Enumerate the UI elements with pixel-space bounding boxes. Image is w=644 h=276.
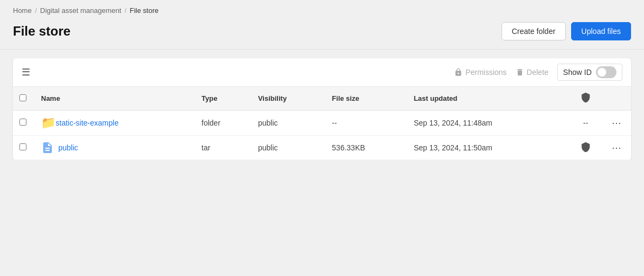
upload-files-button[interactable]: Upload files <box>571 22 631 40</box>
toolbar-right: Permissions Delete Show ID <box>454 64 622 81</box>
row-actions: ⋯ <box>602 111 631 136</box>
table-container: Name Type Visibility File size Last upda… <box>13 87 631 160</box>
shield-header-icon <box>580 92 591 103</box>
menu-icon[interactable]: ☰ <box>22 66 30 78</box>
toolbar-left: ☰ <box>22 66 30 78</box>
row-check <box>13 111 35 136</box>
three-dot-menu[interactable]: ⋯ <box>608 141 625 154</box>
header-divider <box>0 49 644 50</box>
breadcrumb-section[interactable]: Digital asset management <box>40 6 121 15</box>
row-shield: -- <box>570 111 602 136</box>
main-content: ☰ Permissions Delete Show ID <box>13 58 631 160</box>
breadcrumb-sep2: / <box>125 6 127 15</box>
files-table: Name Type Visibility File size Last upda… <box>13 87 631 160</box>
row-file-size: 536.33KB <box>326 136 408 160</box>
delete-action[interactable]: Delete <box>516 68 548 77</box>
show-id-container: Show ID <box>557 64 622 81</box>
breadcrumb-home[interactable]: Home <box>13 6 32 15</box>
col-actions <box>602 87 631 111</box>
row-type: tar <box>195 136 252 160</box>
file-icon <box>41 141 54 154</box>
delete-label: Delete <box>527 68 548 77</box>
table-row: public tar public 536.33KB Sep 13, 2024,… <box>13 136 631 160</box>
three-dot-menu[interactable]: ⋯ <box>608 116 625 129</box>
show-id-toggle[interactable] <box>596 66 616 78</box>
row-last-updated: Sep 13, 2024, 11:48am <box>407 111 570 136</box>
row-file-size: -- <box>326 111 408 136</box>
permissions-label: Permissions <box>465 68 506 77</box>
row-name: public <box>35 136 195 160</box>
breadcrumb-sep1: / <box>35 6 37 15</box>
toggle-slider <box>596 66 616 78</box>
lock-icon <box>454 68 463 77</box>
col-check <box>13 87 35 111</box>
shield-icon <box>580 142 591 153</box>
row-check <box>13 136 35 160</box>
table-body: 📁 static-site-example folder public -- S… <box>13 111 631 160</box>
permissions-action[interactable]: Permissions <box>454 68 506 77</box>
folder-icon: 📁 <box>41 116 56 130</box>
col-file-size: File size <box>326 87 408 111</box>
row-name: 📁 static-site-example <box>35 111 195 136</box>
row-checkbox[interactable] <box>19 143 26 150</box>
table-header-row: Name Type Visibility File size Last upda… <box>13 87 631 111</box>
create-folder-button[interactable]: Create folder <box>501 22 566 40</box>
header-actions: Create folder Upload files <box>501 22 631 40</box>
delete-icon <box>516 68 524 77</box>
select-all-checkbox[interactable] <box>19 94 26 101</box>
toolbar: ☰ Permissions Delete Show ID <box>13 58 631 87</box>
row-checkbox[interactable] <box>19 119 26 126</box>
col-visibility: Visibility <box>252 87 326 111</box>
col-type: Type <box>195 87 252 111</box>
row-visibility: public <box>252 111 326 136</box>
show-id-label: Show ID <box>563 68 592 77</box>
table-row: 📁 static-site-example folder public -- S… <box>13 111 631 136</box>
col-name: Name <box>35 87 195 111</box>
col-shield <box>570 87 602 111</box>
row-type: folder <box>195 111 252 136</box>
no-permissions: -- <box>583 119 588 127</box>
breadcrumb-current: File store <box>130 6 158 15</box>
col-last-updated: Last updated <box>407 87 570 111</box>
file-name[interactable]: static-site-example <box>56 119 119 127</box>
row-actions: ⋯ <box>602 136 631 160</box>
row-last-updated: Sep 13, 2024, 11:50am <box>407 136 570 160</box>
file-name[interactable]: public <box>58 143 78 152</box>
row-visibility: public <box>252 136 326 160</box>
page-title: File store <box>13 24 71 39</box>
row-shield <box>570 136 602 160</box>
breadcrumb: Home / Digital asset management / File s… <box>13 6 631 15</box>
